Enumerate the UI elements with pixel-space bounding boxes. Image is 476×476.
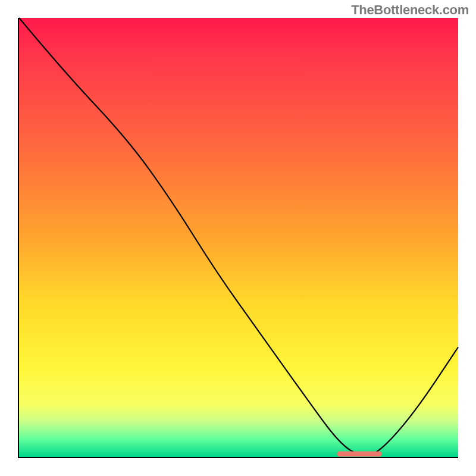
watermark-text: TheBottleneck.com: [351, 2, 469, 18]
optimal-zone-marker: [19, 18, 458, 457]
chart-plot-area: [18, 18, 458, 458]
